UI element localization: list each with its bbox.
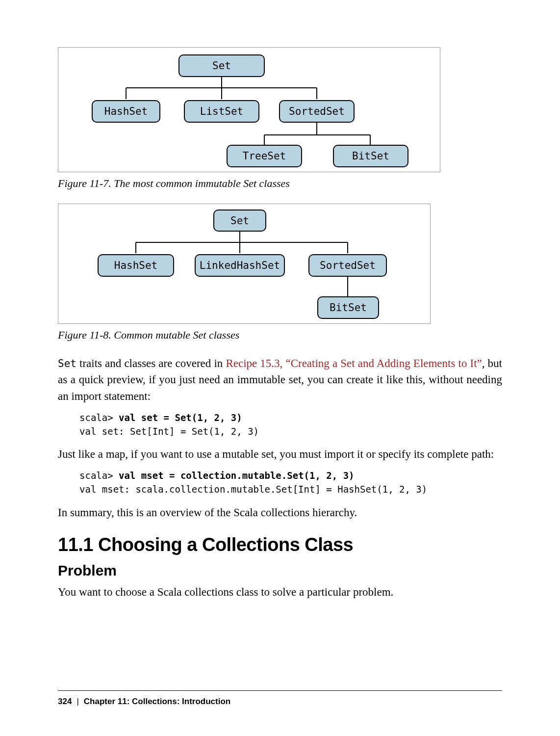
figure-11-8-caption: Figure 11-8. Common mutable Set classes — [58, 329, 502, 342]
paragraph-set-intro: Set traits and classes are covered in Re… — [58, 355, 502, 404]
code2-out: val mset: scala.collection.mutable.Set[I… — [79, 484, 427, 495]
node-hashset: HashSet — [92, 100, 160, 123]
node-label: HashSet — [114, 260, 158, 271]
node-label: LinkedHashSet — [200, 260, 280, 271]
paragraph-summary: In summary, this is an overview of the S… — [58, 504, 502, 521]
footer-sep: | — [72, 697, 83, 706]
inline-code-set: Set — [58, 358, 76, 369]
figure-11-8: Set HashSet LinkedHashSet SortedSet BitS… — [58, 204, 431, 324]
code-block-1: scala> val set = Set(1, 2, 3) val set: S… — [79, 411, 502, 438]
recipe-link[interactable]: Recipe 15.3, “Creating a Set and Adding … — [226, 357, 482, 369]
node-label: SortedSet — [289, 105, 345, 117]
node-label: SortedSet — [320, 260, 376, 271]
node-treeset: TreeSet — [227, 145, 302, 167]
node-label: BitSet — [352, 150, 389, 162]
paragraph-problem: You want to choose a Scala collections c… — [58, 584, 502, 600]
section-heading: 11.1 Choosing a Collections Class — [58, 534, 502, 555]
node-sortedset: SortedSet — [308, 254, 387, 277]
node-hashset: HashSet — [98, 254, 174, 277]
node-listset: ListSet — [184, 100, 259, 123]
para1-mid: traits and classes are covered in — [76, 357, 226, 369]
chapter-title: Chapter 11: Collections: Introduction — [84, 697, 230, 706]
figure-11-7-caption: Figure 11-7. The most common immutable S… — [58, 177, 502, 190]
node-bitset: BitSet — [333, 145, 408, 167]
node-label: Set — [230, 215, 249, 227]
code1-cmd: val set = Set(1, 2, 3) — [119, 412, 242, 423]
node-sortedset: SortedSet — [279, 100, 355, 123]
node-label: TreeSet — [243, 150, 286, 162]
footer-rule — [58, 690, 502, 691]
page: Set HashSet ListSet SortedSet TreeSet Bi… — [0, 0, 560, 736]
code-block-2: scala> val mset = collection.mutable.Set… — [79, 469, 502, 496]
node-label: Set — [212, 60, 231, 72]
code1-prompt: scala> — [79, 412, 119, 423]
code2-prompt: scala> — [79, 470, 119, 481]
node-bitset: BitSet — [317, 296, 379, 319]
code1-out: val set: Set[Int] = Set(1, 2, 3) — [79, 426, 259, 437]
figure-11-7: Set HashSet ListSet SortedSet TreeSet Bi… — [58, 47, 440, 172]
node-label: BitSet — [330, 302, 367, 314]
page-number: 324 — [58, 697, 72, 706]
node-label: ListSet — [200, 105, 244, 117]
node-linkedhashset: LinkedHashSet — [195, 254, 285, 277]
node-label: HashSet — [104, 105, 148, 117]
code2-cmd: val mset = collection.mutable.Set(1, 2, … — [119, 470, 354, 481]
problem-heading: Problem — [58, 562, 502, 579]
paragraph-mutable: Just like a map, if you want to use a mu… — [58, 446, 502, 462]
node-set: Set — [178, 54, 265, 77]
node-set: Set — [213, 210, 266, 232]
page-footer: 324|Chapter 11: Collections: Introductio… — [58, 697, 230, 707]
